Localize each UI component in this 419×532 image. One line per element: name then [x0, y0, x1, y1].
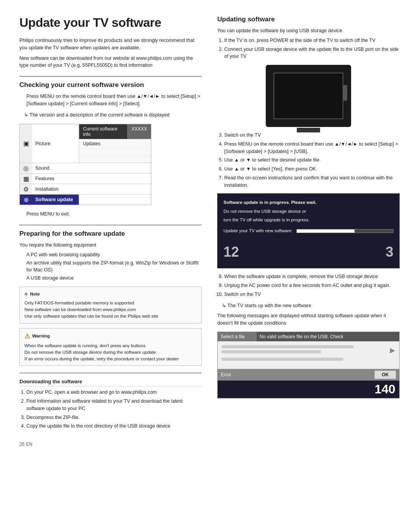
menu-empty-1: [79, 149, 151, 156]
updates-item: Updates: [79, 139, 151, 149]
error-line-1a: [222, 345, 354, 348]
error-line-1b: [222, 350, 321, 353]
divider-3: [19, 373, 202, 373]
downloading-section-title: Downloading the software: [19, 379, 202, 386]
menu-row-software-update: ⊕ Software update: [20, 195, 151, 205]
error-row-2: [222, 358, 395, 363]
step10-arrow: The TV starts up with the new software: [222, 302, 400, 309]
progress-line2: Do not remove the USB storage device or: [223, 208, 393, 215]
divider-2: [19, 225, 202, 225]
note-line-1: Only FAT/DOS-formatted portable memory i…: [24, 300, 197, 306]
picture-icon: ▣: [20, 124, 32, 163]
updating-intro: You can update the software by using USB…: [217, 27, 400, 35]
downloading-step-1: On your PC, open a web browser and go to…: [26, 389, 202, 396]
page-number: 26 EN: [19, 442, 202, 447]
error-label: Error: [221, 372, 231, 377]
updating-step-1: If the TV is on, press POWER at the side…: [224, 37, 400, 44]
progress-bar-outer: [296, 229, 393, 233]
progress-line1: Software update is in progress. Please w…: [223, 199, 393, 206]
downloading-step-2: Find information and software related to…: [26, 398, 202, 412]
screen-number-left: 12: [223, 241, 239, 263]
updating-step-7: Read the on-screen instructions and conf…: [224, 174, 400, 189]
screen-num-text: 140: [375, 382, 395, 396]
preparing-items-list: A PC with web browsing capability An arc…: [19, 251, 202, 282]
updating-step-5: Use ▲ or ▼ to select the desired update …: [224, 156, 400, 164]
sound-icon: ◎: [20, 163, 32, 173]
menu-label-sound: Sound: [32, 163, 79, 173]
updating-steps-list-3: When the software update is complete, re…: [217, 273, 400, 298]
note-line-3: Use only software updates that can be fo…: [24, 313, 197, 320]
page-title: Update your TV software: [19, 16, 202, 30]
left-column: Update your TV software Philips continuo…: [19, 16, 202, 447]
updating-steps-list-2: Switch on the TV Press MENU on the remot…: [217, 132, 400, 189]
warning-title: ⚠ Warning: [24, 332, 197, 341]
progress-bar-inner: [297, 229, 355, 233]
updating-step-4: Press MENU on the remote control board t…: [224, 141, 400, 155]
checking-step2: Press MENU to exit.: [26, 210, 202, 218]
ok-button[interactable]: OK: [374, 370, 396, 379]
menu-content-picture: Current software info XXXXX Updates: [79, 124, 151, 163]
tv-stand: [297, 128, 320, 132]
progress-label-text: Update your TV with new software:: [223, 227, 293, 234]
menu-label-installation: Installation: [32, 184, 79, 194]
checking-section-title: Checking your current software version: [19, 81, 202, 89]
warning-box: ⚠ Warning When the software update is ru…: [19, 328, 202, 366]
error-arrow-icon: ▶: [390, 346, 395, 355]
error-col2-label: No valid software file on the USB. Check: [256, 332, 399, 341]
error-line-2a: [222, 358, 343, 361]
updating-step-2: Connect your USB storage device with the…: [224, 46, 400, 61]
screen-numbers-row: 12 3: [223, 241, 393, 263]
features-icon: ▦: [20, 174, 32, 184]
menu-content-header: Current software info XXXXX: [79, 124, 151, 139]
error-lines-2: [222, 358, 395, 363]
updating-step-6: Use ▲ or ▼ to select [Yes], then press O…: [224, 165, 400, 173]
menu-label-features: Features: [32, 174, 79, 184]
current-software-info-tab: Current software info: [79, 124, 128, 139]
error-screen-body: ▶: [218, 341, 399, 369]
warning-icon: ⚠: [24, 332, 30, 341]
divider-1: [19, 76, 202, 76]
checking-step1: Press MENU on the remote control board t…: [26, 93, 202, 108]
following-messages: The following messages are displayed wit…: [217, 312, 400, 327]
error-screen-header: Select a file No valid software file on …: [218, 332, 399, 341]
preparing-section-title: Preparing for the software update: [19, 230, 202, 238]
menu-features-spacer: [79, 174, 151, 184]
error-row-1: ▶: [222, 345, 395, 355]
preparing-intro: You require the following equipment: [19, 242, 202, 249]
note-line-2: New software can be downloaded from www.…: [24, 306, 197, 313]
menu-label-picture: Picture: [32, 124, 79, 163]
intro-para1: Philips continuously tries to improve it…: [19, 37, 202, 52]
menu-software-spacer: [79, 195, 151, 205]
warning-line-2: Do not remove the USB storage device dur…: [24, 349, 197, 356]
updating-step-3: Switch on the TV: [224, 132, 400, 139]
warning-line-3: If an error occurs during the update, re…: [24, 356, 197, 362]
software-update-icon: ⊕: [20, 195, 32, 205]
software-version-value: XXXXX: [128, 124, 151, 139]
updating-section-title: Updating software: [217, 16, 400, 23]
screen-number-right: 3: [386, 241, 393, 263]
menu-label-software-update: Software update: [32, 195, 79, 205]
error-col1-label: Select a file: [218, 332, 256, 341]
menu-installation-spacer: [79, 184, 151, 194]
updating-step-10: Switch on the TV: [224, 291, 400, 298]
note-box: ≡ Note Only FAT/DOS-formatted portable m…: [19, 287, 202, 323]
intro-para2: New software can be downloaded from our …: [19, 55, 202, 70]
error-screen-footer: Error OK: [218, 369, 399, 381]
menu-row-picture: ▣ Picture Current software info XXXXX Up…: [20, 124, 151, 163]
preparing-item-3: A USB storage device: [26, 275, 202, 282]
checking-step1-arrow: The version and a description of the cur…: [24, 111, 202, 119]
menu-mock: ▣ Picture Current software info XXXXX Up…: [19, 124, 151, 205]
menu-row-installation: ⚙ Installation: [20, 184, 151, 195]
menu-row-sound: ◎ Sound: [20, 163, 151, 174]
note-title: ≡ Note: [24, 290, 197, 298]
warning-line-1: When the software update is running, don…: [24, 342, 197, 349]
progress-line3: turn the TV off while upgrade is in prog…: [223, 216, 393, 223]
downloading-step-4: Copy the update file to the root directo…: [26, 422, 202, 430]
updating-step-8: When the software update is complete, re…: [224, 273, 400, 280]
preparing-item-2: An archive utility that supports the ZIP…: [26, 259, 202, 274]
menu-empty-2: [79, 156, 151, 163]
menu-sound-spacer: [79, 163, 151, 173]
right-column: Updating software You can update the sof…: [217, 16, 400, 447]
note-icon: ≡: [24, 290, 28, 298]
screen-number-bottom: 140: [218, 381, 399, 398]
